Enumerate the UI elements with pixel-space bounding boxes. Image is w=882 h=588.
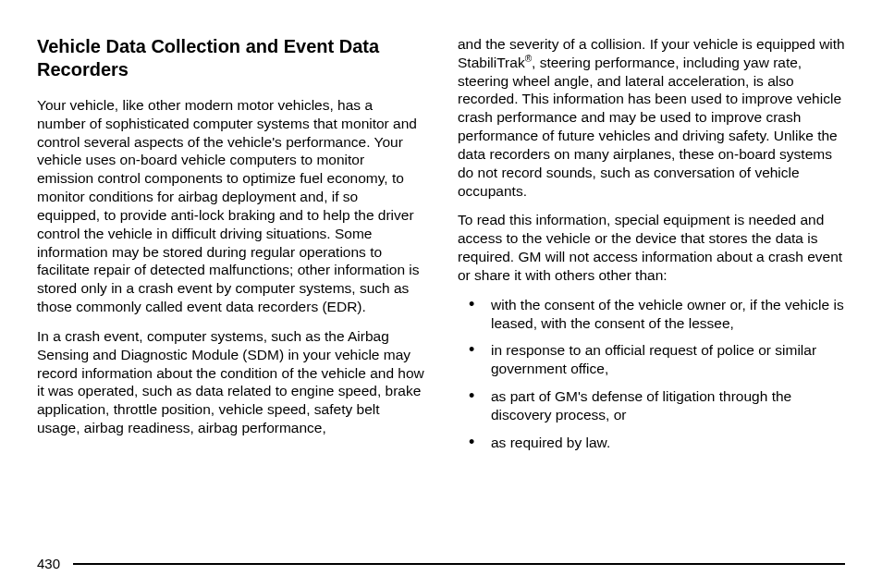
footer-rule <box>73 563 845 565</box>
page-footer: 430 <box>37 556 845 571</box>
right-column: and the severity of a collision. If your… <box>458 35 845 461</box>
two-column-layout: Vehicle Data Collection and Event Data R… <box>37 35 845 461</box>
paragraph: To read this information, special equipm… <box>458 211 845 284</box>
list-item: as part of GM's defense of litigation th… <box>469 387 845 424</box>
paragraph: In a crash event, computer systems, such… <box>37 327 424 437</box>
registered-mark: ® <box>525 54 532 64</box>
list-item: with the consent of the vehicle owner or… <box>469 296 845 333</box>
page-number: 430 <box>37 556 60 571</box>
list-item: in response to an official request of po… <box>469 341 845 378</box>
section-heading: Vehicle Data Collection and Event Data R… <box>37 35 424 81</box>
page: Vehicle Data Collection and Event Data R… <box>0 0 882 588</box>
bullet-list: with the consent of the vehicle owner or… <box>458 296 845 452</box>
paragraph: and the severity of a collision. If your… <box>458 35 845 200</box>
text-run: , steering performance, including yaw ra… <box>458 55 841 199</box>
list-item: as required by law. <box>469 434 845 452</box>
paragraph: Your vehicle, like other modern motor ve… <box>37 96 424 316</box>
left-column: Vehicle Data Collection and Event Data R… <box>37 35 424 461</box>
